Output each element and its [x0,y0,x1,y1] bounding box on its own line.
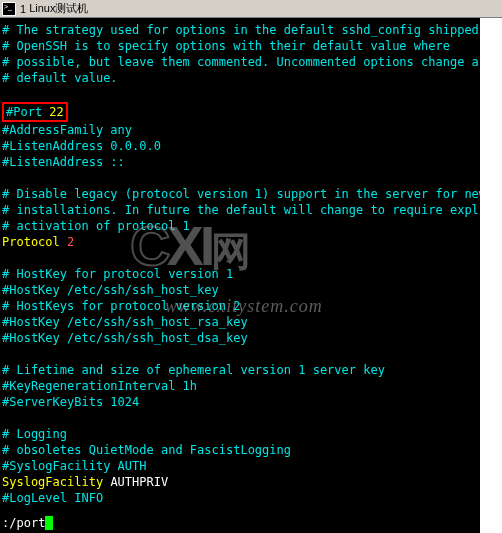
terminal-viewport[interactable]: # The strategy used for options in the d… [0,18,480,533]
blank-line [2,346,478,362]
cursor [45,516,53,530]
config-line: #ListenAddress 0.0.0.0 [2,138,478,154]
config-line: #HostKey /etc/ssh/ssh_host_dsa_key [2,330,478,346]
terminal-icon [2,2,16,16]
config-comment: # installations. In future the default w… [2,202,478,218]
window-tab[interactable]: 1 Linux测试机 [0,0,502,18]
config-comment: # Logging [2,426,478,442]
port-label: #Port [6,105,49,119]
config-comment: # Disable legacy (protocol version 1) su… [2,186,478,202]
config-line: #LogLevel INFO [2,490,478,506]
port-value: 22 [49,105,63,119]
config-line: #ListenAddress :: [2,154,478,170]
search-query: port [16,516,45,530]
blank-line [2,410,478,426]
config-comment: # OpenSSH is to specify options with the… [2,38,478,54]
config-line: #HostKey /etc/ssh/ssh_host_rsa_key [2,314,478,330]
config-line: #ServerKeyBits 1024 [2,394,478,410]
port-highlight-box: #Port 22 [2,102,68,122]
syslog-value: AUTHPRIV [110,475,168,489]
search-prefix: :/ [2,516,16,530]
protocol-key: Protocol [2,235,67,249]
blank-line [2,170,478,186]
config-comment: # obsoletes QuietMode and FascistLogging [2,442,478,458]
port-line: #Port 22 [2,102,478,122]
blank-line [2,250,478,266]
config-line: #KeyRegenerationInterval 1h [2,378,478,394]
config-comment: # HostKey for protocol version 1 [2,266,478,282]
config-line: #AddressFamily any [2,122,478,138]
config-comment: # The strategy used for options in the d… [2,22,478,38]
blank-line [2,86,478,102]
syslog-key: SyslogFacility [2,475,110,489]
config-comment: # Lifetime and size of ephemeral version… [2,362,478,378]
protocol-line: Protocol 2 [2,234,478,250]
tab-title: Linux测试机 [29,1,88,16]
syslog-facility-line: SyslogFacility AUTHPRIV [2,474,478,490]
tab-number: 1 [20,3,26,15]
vim-search-bar[interactable]: :/port [2,515,478,531]
config-line: #HostKey /etc/ssh/ssh_host_key [2,282,478,298]
protocol-value: 2 [67,235,74,249]
right-margin [480,18,502,533]
config-comment: # default value. [2,70,478,86]
config-comment: # HostKeys for protocol version 2 [2,298,478,314]
config-comment: # possible, but leave them commented. Un… [2,54,478,70]
config-line: #SyslogFacility AUTH [2,458,478,474]
config-comment: # activation of protocol 1 [2,218,478,234]
